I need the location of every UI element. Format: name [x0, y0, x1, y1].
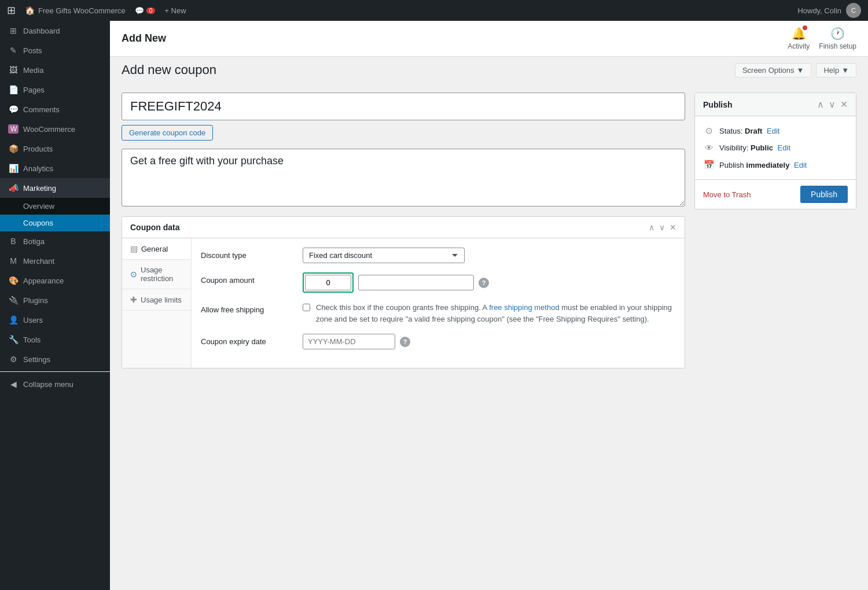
posts-icon: ✎	[8, 46, 19, 55]
free-shipping-checkbox[interactable]	[303, 304, 310, 311]
coupon-code-input[interactable]	[122, 93, 685, 120]
sidebar-item-users[interactable]: 👤 Users	[0, 310, 110, 330]
sidebar-item-tools[interactable]: 🔧 Tools	[0, 330, 110, 349]
amount-input-wrapper: ?	[303, 272, 675, 293]
sidebar-item-marketing[interactable]: 📣 Marketing	[0, 178, 110, 198]
collapse-menu[interactable]: ◀ Collapse menu	[0, 374, 110, 394]
coupon-amount-control: ?	[303, 272, 675, 293]
visibility-icon: 👁	[703, 143, 715, 153]
coupon-amount-help-icon[interactable]: ?	[479, 278, 489, 288]
move-to-trash-link[interactable]: Move to Trash	[703, 190, 751, 199]
settings-icon: ⚙	[8, 355, 19, 364]
chevron-down2-icon[interactable]: ∨	[659, 223, 665, 232]
publish-status-row: ⊙ Status: Draft Edit	[703, 122, 848, 139]
new-link[interactable]: + New	[164, 6, 186, 15]
sidebar-item-products[interactable]: 📦 Products	[0, 139, 110, 158]
coupon-data-title: Coupon data	[130, 223, 180, 232]
coupon-amount-label: Coupon amount	[201, 272, 293, 285]
status-icon: ⊙	[703, 126, 715, 136]
coupon-expiry-input[interactable]	[303, 334, 395, 349]
general-tab-icon: ▤	[130, 244, 138, 253]
activity-icon: 🔔	[792, 27, 806, 40]
products-icon: 📦	[8, 144, 19, 153]
free-shipping-method-link[interactable]: free shipping method	[489, 303, 559, 312]
tools-icon: 🔧	[8, 335, 19, 344]
publish-time-edit-link[interactable]: Edit	[794, 161, 807, 169]
botiga-icon: B	[8, 237, 19, 246]
comments-link[interactable]: 💬 0	[135, 6, 156, 15]
coupon-amount-input[interactable]	[305, 275, 351, 290]
coupon-page-title: Add new coupon	[122, 62, 216, 78]
avatar[interactable]: C	[846, 3, 861, 18]
notification-dot	[803, 25, 807, 30]
coupon-fields: Discount type Percentage discount Fixed …	[192, 238, 685, 368]
sidebar-item-plugins[interactable]: 🔌 Plugins	[0, 290, 110, 310]
sidebar-item-botiga[interactable]: B Botiga	[0, 231, 110, 251]
coupon-data-body: ▤ General ⊙ Usage restriction ✚ Usage li…	[122, 238, 685, 368]
coupon-description-textarea[interactable]: Get a free gift with your purchase	[122, 149, 685, 207]
sidebar-item-comments[interactable]: 💬 Comments	[0, 99, 110, 119]
publish-header-actions: ∧ ∨ ✕	[817, 99, 848, 110]
users-icon: 👤	[8, 315, 19, 325]
dashboard-icon: ⊞	[8, 26, 19, 35]
sidebar-item-media[interactable]: 🖼 Media	[0, 60, 110, 80]
coupon-amount-extra-input[interactable]	[358, 275, 474, 290]
publish-title: Publish	[703, 100, 733, 109]
user-area: Howdy, Colin C	[797, 3, 861, 18]
topbar: ⊞ 🏠 Free Gifts WooCommerce 💬 0 + New How…	[0, 0, 868, 21]
coupon-expiry-help-icon[interactable]: ?	[400, 337, 410, 347]
discount-type-select[interactable]: Percentage discount Fixed cart discount …	[303, 248, 465, 263]
coupon-data-header-actions: ∧ ∨ ✕	[649, 223, 676, 232]
site-name[interactable]: 🏠 Free Gifts WooCommerce	[25, 6, 126, 15]
chevron-up-icon[interactable]: ∧	[649, 223, 654, 232]
screen-options-button[interactable]: Screen Options ▼	[735, 63, 811, 78]
generate-coupon-button[interactable]: Generate coupon code	[122, 125, 213, 141]
sidebar-item-analytics[interactable]: 📊 Analytics	[0, 158, 110, 178]
publish-chevron-up-icon[interactable]: ∧	[817, 99, 824, 110]
sidebar-item-woocommerce[interactable]: W WooCommerce	[0, 119, 110, 139]
tab-usage-limits[interactable]: ✚ Usage limits	[122, 289, 191, 311]
free-shipping-description: Check this box if the coupon grants free…	[316, 302, 675, 325]
main-column: Generate coupon code Get a free gift wit…	[122, 93, 685, 368]
tab-general[interactable]: ▤ General	[122, 238, 191, 260]
finish-setup-button[interactable]: 🕐 Finish setup	[819, 27, 856, 50]
usage-limits-icon: ✚	[130, 295, 137, 304]
sidebar-sub-item-overview[interactable]: Overview	[0, 198, 110, 215]
status-edit-link[interactable]: Edit	[767, 127, 779, 135]
close-box-icon[interactable]: ✕	[670, 223, 676, 232]
publish-chevron-down-icon[interactable]: ∨	[829, 99, 836, 110]
free-shipping-checkbox-row: Check this box if the coupon grants free…	[303, 302, 675, 325]
coupon-tabs: ▤ General ⊙ Usage restriction ✚ Usage li…	[122, 238, 192, 368]
chevron-down-icon: ▼	[797, 66, 804, 75]
coupon-amount-row: Coupon amount ?	[201, 272, 675, 293]
publish-button[interactable]: Publish	[800, 186, 848, 203]
wp-logo[interactable]: ⊞	[7, 4, 16, 17]
merchant-icon: M	[8, 256, 19, 266]
tab-usage-restriction[interactable]: ⊙ Usage restriction	[122, 260, 191, 289]
sidebar-item-settings[interactable]: ⚙ Settings	[0, 349, 110, 369]
sidebar-item-pages[interactable]: 📄 Pages	[0, 80, 110, 99]
sub-header-actions: Screen Options ▼ Help ▼	[735, 63, 856, 78]
sidebar-item-merchant[interactable]: M Merchant	[0, 251, 110, 271]
publish-body: ⊙ Status: Draft Edit 👁 Visibility:	[695, 116, 856, 179]
publish-close-icon[interactable]: ✕	[840, 99, 848, 110]
help-button[interactable]: Help ▼	[816, 63, 856, 78]
discount-type-row: Discount type Percentage discount Fixed …	[201, 248, 675, 263]
free-shipping-label: Allow free shipping	[201, 302, 293, 314]
sidebar-sub-item-coupons[interactable]: Coupons	[0, 215, 110, 231]
usage-restriction-icon: ⊙	[130, 270, 137, 279]
publish-time-row: 📅 Publish immediately Edit	[703, 156, 848, 174]
content-header: Add New 🔔 Activity 🕐 Finish setup	[110, 21, 868, 57]
sidebar-item-posts[interactable]: ✎ Posts	[0, 40, 110, 60]
sidebar-item-dashboard[interactable]: ⊞ Dashboard	[0, 21, 110, 40]
pages-icon: 📄	[8, 85, 19, 94]
visibility-edit-link[interactable]: Edit	[778, 143, 790, 152]
clock-icon: 🕐	[830, 27, 845, 40]
coupon-expiry-label: Coupon expiry date	[201, 334, 293, 346]
page-title: Add New	[122, 32, 166, 45]
main-content: Add New 🔔 Activity 🕐 Finish setup Add ne…	[110, 21, 868, 590]
publish-visibility-row: 👁 Visibility: Public Edit	[703, 139, 848, 156]
activity-button[interactable]: 🔔 Activity	[788, 27, 810, 50]
sidebar-item-appearance[interactable]: 🎨 Appearance	[0, 271, 110, 290]
side-column: Publish ∧ ∨ ✕ ⊙ Status: Draft	[694, 93, 856, 368]
